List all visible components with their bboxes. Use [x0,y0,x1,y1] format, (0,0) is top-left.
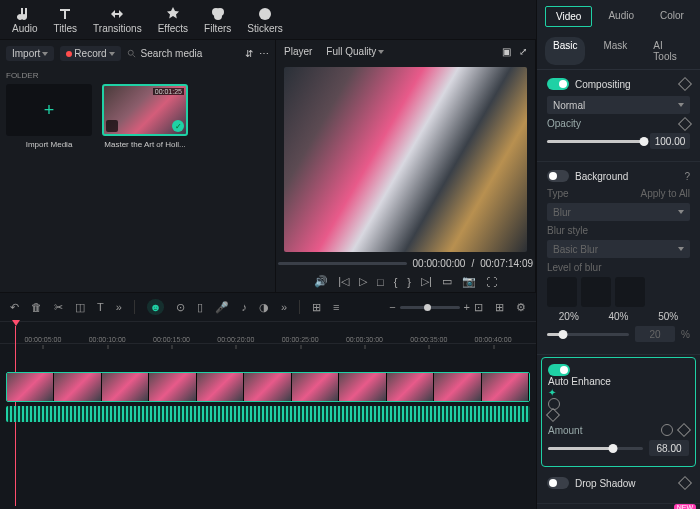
audio-track[interactable] [6,406,530,422]
keyframe-icon[interactable] [678,116,692,130]
fit-button[interactable]: ⊡ [474,301,483,314]
more-icon[interactable]: ⋯ [259,48,269,59]
mic-button[interactable]: 🎤 [215,301,229,314]
preview-viewport[interactable] [284,67,527,252]
more2-button[interactable]: » [281,301,287,313]
zoom-slider[interactable] [400,306,460,309]
stop-button[interactable]: □ [377,276,384,288]
media-panel: Import Record Search media ⇵ ⋯ FOLDER + … [0,40,276,292]
playhead[interactable] [12,320,20,326]
style-label: Blur style [547,225,690,236]
tool-label: Transitions [93,23,142,34]
keyframe-icon[interactable] [546,408,560,422]
import-dropdown[interactable]: Import [6,46,54,61]
reset-icon[interactable] [661,424,673,436]
pct-label: 20% [559,311,579,322]
tool-filters[interactable]: Filters [204,6,231,34]
clip-type-icon [106,120,118,132]
delete-button[interactable]: 🗑 [31,301,42,313]
snapshot-icon[interactable]: ▣ [502,46,511,57]
quality-dropdown[interactable]: Full Quality [320,44,390,59]
timeline-panel: ↶ 🗑 ✂ ◫ T » ☻ ⊙ ▯ 🎤 ♪ ◑ » ⊞ ≡ − + ⊡ ⊞ ⚙ [0,292,536,509]
crop-button[interactable]: ◫ [75,301,85,314]
record-dropdown[interactable]: Record [60,46,120,61]
blur-value[interactable]: 20 [635,326,675,342]
tick: 00:00:15:00 [153,336,190,343]
keyframe-icon[interactable] [678,476,692,490]
expand-icon[interactable]: ⤢ [519,46,527,57]
media-clip-card[interactable]: 00:01:25 ✓ Master the Art of Holl... [102,84,188,149]
timeline-ruler[interactable]: 00:00:05:00 00:00:10:00 00:00:15:00 00:0… [0,322,536,344]
apply-all-button[interactable]: Apply to All [641,188,690,199]
video-track[interactable]: Master the Art of Hollywood Titles · Won… [6,372,530,402]
keyframe-icon[interactable] [678,77,692,91]
bg-type-select[interactable]: Blur [547,203,690,221]
import-label: Import [12,48,40,59]
fullscreen-icon[interactable]: ⛶ [486,276,497,288]
marker-button[interactable]: ▯ [197,301,203,314]
volume-icon[interactable]: 🔊 [314,275,328,288]
sort-button[interactable]: ≡ [333,301,339,313]
help-icon[interactable]: ? [684,171,690,182]
tab-color[interactable]: Color [650,6,694,27]
auto-enhance-toggle[interactable] [548,364,570,376]
grid-icon[interactable]: ⊞ [495,301,504,314]
speed-button[interactable]: ⊙ [176,301,185,314]
more-button[interactable]: » [116,301,122,313]
tool-transitions[interactable]: Transitions [93,6,142,34]
tick: 00:00:30:00 [346,336,383,343]
time-sep: / [471,258,474,269]
text-button[interactable]: T [97,301,104,313]
prev-frame-button[interactable]: |◁ [338,275,349,288]
tab-video[interactable]: Video [545,6,592,27]
mark-in-button[interactable]: { [394,276,398,288]
opacity-slider[interactable] [547,140,644,143]
display-icon[interactable]: ▭ [442,275,452,288]
compositing-toggle[interactable] [547,78,569,90]
drop-shadow-title: Drop Shadow [575,478,674,489]
import-media-card[interactable]: + Import Media [6,84,92,149]
mark-out-button[interactable]: } [407,276,411,288]
blur-slider[interactable] [547,333,629,336]
blend-mode-select[interactable]: Normal [547,96,690,114]
amount-slider[interactable] [548,447,643,450]
tool-effects[interactable]: Effects [158,6,188,34]
camera-icon[interactable]: 📷 [462,275,476,288]
zoom-out-button[interactable]: − [389,301,395,313]
color-button[interactable]: ◑ [259,301,269,314]
section-drop-shadow: Drop Shadow [537,469,700,504]
opacity-label: Opacity [547,118,591,129]
play-button[interactable]: ▷ [359,275,367,288]
undo-button[interactable]: ↶ [10,301,19,314]
filter-icon[interactable]: ⇵ [245,48,253,59]
settings-icon[interactable]: ⚙ [516,301,526,314]
ai-tool-button[interactable]: ☻ [147,299,165,315]
tool-stickers[interactable]: Stickers [247,6,283,34]
blur-preset[interactable] [547,277,577,307]
subtab-ai[interactable]: AI Tools [645,37,692,65]
keyframe-icon[interactable] [677,423,691,437]
audio-button[interactable]: ♪ [241,301,247,313]
blur-preset[interactable] [581,277,611,307]
bg-style-select[interactable]: Basic Blur [547,240,690,258]
subtab-mask[interactable]: Mask [595,37,635,65]
cut-button[interactable]: ✂ [54,301,63,314]
search-input[interactable]: Search media [127,48,239,59]
amount-value[interactable]: 68.00 [649,440,689,456]
subtab-basic[interactable]: Basic [545,37,585,65]
tool-titles[interactable]: Titles [54,6,78,34]
opacity-value[interactable]: 100.00 [650,133,690,149]
background-toggle[interactable] [547,170,569,182]
player-progress[interactable] [278,262,407,265]
next-frame-button[interactable]: ▷| [421,275,432,288]
blur-preset[interactable] [615,277,645,307]
zoom-in-button[interactable]: + [464,301,470,313]
unit-label: % [681,329,690,340]
tick: 00:00:35:00 [410,336,447,343]
tab-audio[interactable]: Audio [598,6,644,27]
mix-button[interactable]: ⊞ [312,301,321,314]
drop-shadow-toggle[interactable] [547,477,569,489]
tool-audio[interactable]: Audio [12,6,38,34]
bg-type-value: Blur [553,207,571,218]
player-panel: Player Full Quality ▣ ⤢ 00:00:00:00 / 00… [276,40,536,292]
